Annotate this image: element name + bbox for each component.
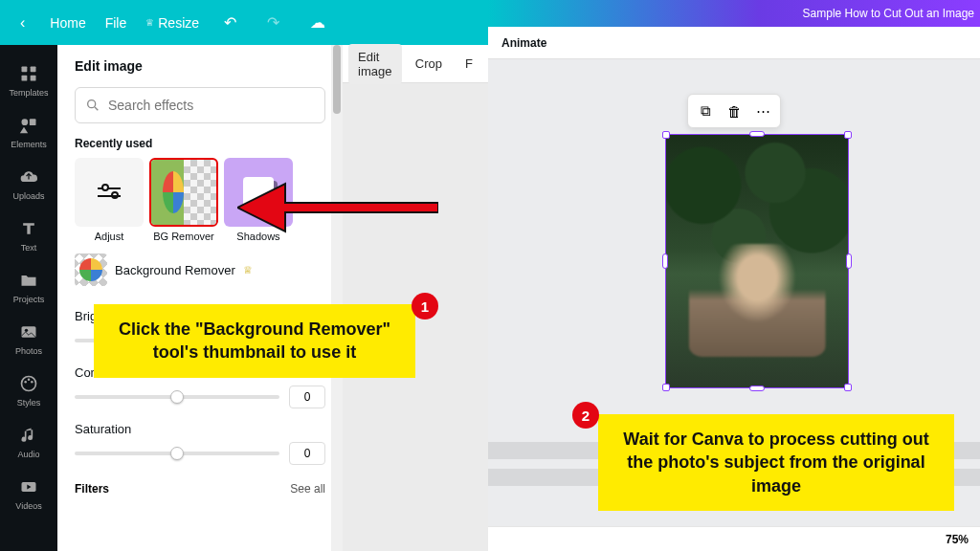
recently-used-thumbs: Adjust BG Remover Shadows (75, 158, 325, 242)
floating-toolbar: ⧉ 🗑 ⋯ (687, 94, 781, 128)
svg-point-13 (88, 100, 96, 108)
home-button[interactable]: Home (50, 15, 85, 31)
projects-icon (18, 270, 39, 291)
annotation-badge-1: 1 (412, 293, 438, 320)
search-effects-input[interactable] (75, 87, 325, 123)
left-sidebar: Templates Elements Uploads Text Projects… (0, 45, 57, 551)
edit-image-tab[interactable]: Edit image (348, 44, 402, 84)
crop-tab[interactable]: Crop (406, 51, 452, 77)
thumb-adjust[interactable]: Adjust (75, 158, 144, 242)
redo-icon[interactable]: ↷ (261, 13, 285, 32)
thumb-bg-remover[interactable]: BG Remover (149, 158, 218, 242)
uploads-icon (18, 166, 39, 187)
photo-content (666, 135, 848, 387)
svg-point-7 (25, 329, 28, 332)
duplicate-icon[interactable]: ⧉ (692, 99, 719, 123)
svg-point-4 (22, 119, 29, 125)
document-title[interactable]: Sample How to Cut Out an Image (803, 7, 974, 20)
sidebar-item-uploads[interactable]: Uploads (0, 158, 57, 209)
search-field[interactable] (108, 98, 315, 113)
thumb-shadows[interactable]: Shadows (224, 158, 293, 242)
resize-handle[interactable] (662, 131, 670, 139)
sidebar-item-templates[interactable]: Templates (0, 55, 57, 106)
sidebar-item-videos[interactable]: Videos (0, 468, 57, 519)
panel-scrollbar[interactable] (331, 45, 343, 551)
resize-handle[interactable] (662, 384, 670, 391)
topbar-right: Sample How to Cut Out an Image (488, 0, 980, 27)
panel-title: Edit image (75, 58, 325, 74)
resize-handle[interactable] (846, 253, 852, 269)
recently-used-label: Recently used (75, 137, 325, 150)
annotation-callout-2: Wait for Canva to process cutting out th… (598, 414, 954, 511)
image-toolbar: Edit image Crop F (343, 45, 488, 83)
svg-point-9 (24, 381, 27, 384)
more-icon[interactable]: ⋯ (749, 99, 776, 123)
file-button[interactable]: File (105, 15, 127, 31)
bg-remover-row[interactable]: Background Remover ♕ (75, 253, 325, 286)
sidebar-item-label: Elements (11, 140, 47, 149)
back-icon[interactable]: ‹ (14, 14, 31, 32)
beach-ball-icon (163, 171, 184, 213)
resize-handle[interactable] (749, 131, 765, 137)
styles-icon (18, 373, 39, 394)
videos-icon (18, 476, 39, 497)
svg-rect-0 (22, 67, 28, 73)
sidebar-item-elements[interactable]: Elements (0, 106, 57, 158)
resize-button[interactable]: ♕Resize (145, 15, 199, 31)
resize-handle[interactable] (662, 253, 668, 269)
contrast-slider[interactable] (75, 395, 279, 399)
svg-point-11 (31, 381, 33, 384)
zoom-level[interactable]: 75% (946, 533, 969, 546)
svg-point-10 (28, 379, 31, 382)
text-icon (18, 218, 39, 239)
sidebar-item-label: Audio (17, 450, 39, 459)
sidebar-item-audio[interactable]: Audio (0, 416, 57, 468)
sidebar-item-label: Photos (15, 346, 42, 356)
trash-icon[interactable]: 🗑 (721, 99, 747, 123)
saturation-value[interactable]: 0 (289, 442, 325, 465)
see-all-link[interactable]: See all (290, 482, 325, 496)
edit-image-panel: Edit image Recently used Adjust BG Remov… (57, 45, 343, 551)
search-icon (85, 98, 100, 113)
resize-handle[interactable] (749, 386, 765, 391)
thumb-label: Shadows (236, 231, 279, 242)
animate-button[interactable]: Animate (501, 36, 546, 50)
cloud-sync-icon[interactable]: ☁ (304, 13, 331, 32)
resize-handle[interactable] (844, 131, 852, 139)
thumb-label: BG Remover (153, 231, 214, 242)
svg-rect-5 (30, 119, 36, 125)
bg-remover-row-label: Background Remover (115, 263, 235, 277)
contrast-value[interactable]: 0 (289, 386, 325, 408)
undo-icon[interactable]: ↶ (218, 13, 242, 32)
subtoolbar-right: Animate (488, 27, 980, 59)
svg-rect-1 (31, 67, 36, 73)
svg-rect-2 (22, 76, 28, 81)
slider-label: Saturation (75, 422, 325, 436)
sidebar-item-styles[interactable]: Styles (0, 364, 57, 416)
elements-icon (18, 115, 39, 136)
photos-icon (18, 321, 39, 342)
filters-label: Filters (75, 482, 109, 496)
flip-tab[interactable]: F (456, 51, 482, 77)
status-bar: 75% (488, 526, 980, 551)
svg-rect-3 (31, 76, 36, 81)
selected-image[interactable] (665, 134, 849, 388)
saturation-slider[interactable] (75, 452, 279, 455)
sidebar-item-label: Uploads (12, 191, 44, 201)
sidebar-item-label: Styles (17, 398, 41, 408)
sidebar-item-label: Templates (9, 88, 48, 98)
sidebar-item-photos[interactable]: Photos (0, 313, 57, 364)
thumb-label: Adjust (95, 231, 124, 242)
adjust-icon (98, 184, 121, 201)
shadow-icon (243, 177, 274, 208)
resize-handle[interactable] (844, 384, 852, 391)
bg-remover-row-icon (75, 253, 107, 286)
sidebar-item-label: Projects (13, 295, 45, 304)
annotation-callout-1: Click the "Background Remover" tool's th… (94, 304, 415, 378)
sidebar-item-text[interactable]: Text (0, 209, 57, 261)
sidebar-item-projects[interactable]: Projects (0, 261, 57, 313)
left-panel: ‹ Home File ♕Resize ↶ ↷ ☁ Templates Elem… (0, 0, 488, 551)
audio-icon (18, 425, 39, 446)
crown-icon: ♕ (243, 264, 253, 276)
sidebar-item-label: Text (21, 243, 37, 253)
